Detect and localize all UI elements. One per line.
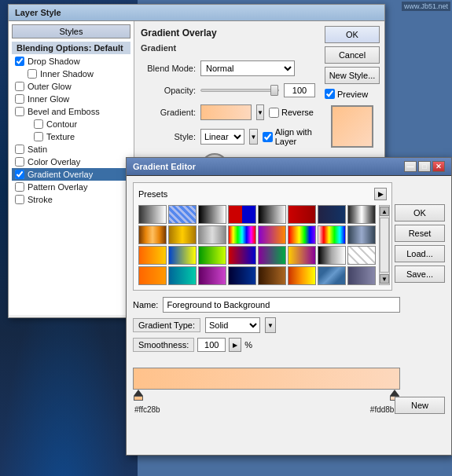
preset-chrome[interactable] [347,205,376,224]
blend-mode-row: Blend Mode: Normal [141,60,314,76]
sidebar-item-stroke[interactable]: Stroke [12,193,130,206]
preview-checkbox[interactable] [325,89,335,99]
sidebar-item-outer-glow[interactable]: Outer Glow [12,80,130,93]
opacity-slider[interactable] [200,89,279,92]
preset-red[interactable] [288,205,316,224]
preset-blue-yellow[interactable] [168,246,197,265]
preset-orange-yellow[interactable] [138,246,167,265]
gradient-bar[interactable] [133,368,400,390]
ge-load-button[interactable]: Load... [395,245,445,262]
preset-teal[interactable] [168,266,197,285]
color-overlay-checkbox[interactable] [15,157,24,167]
gradient-type-section: Gradient Type: [133,318,200,332]
sidebar-item-satin[interactable]: Satin [12,143,130,156]
align-layer-label: Align with Layer [263,127,314,146]
preset-orange[interactable] [138,266,167,285]
preview-row: Preview [325,89,380,99]
smoothness-section: Smoothness: [133,338,194,352]
scroll-down-btn[interactable]: ▼ [380,274,389,284]
gradient-type-select[interactable]: Solid [205,317,260,333]
preset-blue-transparent[interactable] [168,205,197,224]
ok-button[interactable]: OK [325,26,380,43]
opacity-input[interactable]: 100 [284,83,315,97]
style-select[interactable]: Linear [200,129,244,145]
stroke-checkbox[interactable] [15,195,24,204]
reverse-checkbox[interactable] [269,108,279,118]
preset-blue-red[interactable] [228,205,256,224]
smoothness-stepper[interactable]: ▶ [229,338,241,352]
preset-black-transparent[interactable] [258,205,286,224]
gradient-dropdown-btn[interactable]: ▼ [256,104,264,120]
sidebar-item-drop-shadow[interactable]: Drop Shadow [12,55,130,68]
preset-bw[interactable] [198,205,226,224]
preset-violet-orange[interactable] [258,225,286,244]
pattern-overlay-checkbox[interactable] [15,182,24,192]
preset-steel[interactable] [347,225,376,244]
preset-grid[interactable] [347,246,376,265]
sidebar-item-gradient-overlay[interactable]: Gradient Overlay [12,168,130,181]
preset-rainbow[interactable] [228,225,256,244]
preset-fg-bg[interactable] [138,205,167,224]
new-style-button[interactable]: New Style... [325,67,380,84]
preset-texture1[interactable] [318,266,346,285]
preset-copper[interactable] [138,225,167,244]
presets-header: Presets ▶ [138,188,387,200]
ge-reset-button[interactable]: Reset [395,225,445,242]
restore-button[interactable]: □ [418,161,431,172]
align-layer-checkbox[interactable] [263,132,273,142]
sidebar-item-inner-glow[interactable]: Inner Glow [12,93,130,105]
style-dropdown-btn[interactable]: ▼ [249,129,257,145]
preset-dark[interactable] [318,205,346,224]
gradient-bar-top [133,358,400,368]
inner-shadow-checkbox[interactable] [28,69,37,79]
preset-spectrum[interactable] [288,225,316,244]
ge-new-button[interactable]: New [395,397,445,414]
preset-dark-blue[interactable] [228,266,256,285]
preset-texture2[interactable] [347,266,376,285]
scroll-up-btn[interactable]: ▲ [380,207,389,216]
preset-green-yellow[interactable] [198,246,226,265]
sidebar-item-color-overlay[interactable]: Color Overlay [12,156,130,168]
outer-glow-checkbox[interactable] [15,82,24,91]
gradient-row: Gradient: ▼ Reverse [141,104,314,120]
preset-violet-green[interactable] [258,246,286,265]
preset-bw2[interactable] [318,246,346,265]
sidebar-item-contour[interactable]: Contour [12,118,130,130]
layer-style-titlebar: Layer Style [9,5,384,21]
preset-yellow-violet[interactable] [288,246,316,265]
gradient-preview-button[interactable] [200,104,252,120]
preset-transparent-rainbow[interactable] [318,225,346,244]
gradient-overlay-checkbox[interactable] [15,170,24,179]
preset-sunset[interactable] [288,266,316,285]
smoothness-unit: % [244,340,252,350]
preset-purple[interactable] [198,266,226,285]
close-button[interactable]: ✕ [432,161,445,172]
bevel-emboss-checkbox[interactable] [15,107,24,116]
preset-brown[interactable] [258,266,286,285]
presets-expand-btn[interactable]: ▶ [374,188,387,200]
preset-silver[interactable] [198,225,226,244]
inner-glow-checkbox[interactable] [15,94,24,104]
sidebar-blending-options[interactable]: Blending Options: Default [12,42,130,54]
type-dropdown-btn[interactable]: ▼ [265,317,276,333]
drop-shadow-checkbox[interactable] [15,57,24,66]
presets-scrollbar[interactable]: ▲ ▼ [379,205,390,285]
cancel-button[interactable]: Cancel [325,46,380,64]
smoothness-input[interactable]: 100 [197,338,226,352]
contour-checkbox[interactable] [34,119,43,129]
minimize-button[interactable]: — [404,161,417,172]
watermark: www.Jb51.net [402,2,450,11]
sidebar-item-inner-shadow[interactable]: Inner Shadow [12,68,130,80]
ge-save-button[interactable]: Save... [395,265,445,283]
sidebar-item-bevel-emboss[interactable]: Bevel and Emboss [12,105,130,118]
color-stop-left[interactable] [133,390,144,401]
ge-ok-button[interactable]: OK [395,204,445,222]
texture-checkbox[interactable] [34,132,43,141]
sidebar-item-texture[interactable]: Texture [12,130,130,143]
satin-checkbox[interactable] [15,145,24,154]
preset-gold[interactable] [168,225,197,244]
gradient-name-input[interactable] [163,297,400,313]
blend-mode-select[interactable]: Normal [200,60,295,76]
sidebar-item-pattern-overlay[interactable]: Pattern Overlay [12,181,130,193]
preset-red-blue[interactable] [228,246,256,265]
